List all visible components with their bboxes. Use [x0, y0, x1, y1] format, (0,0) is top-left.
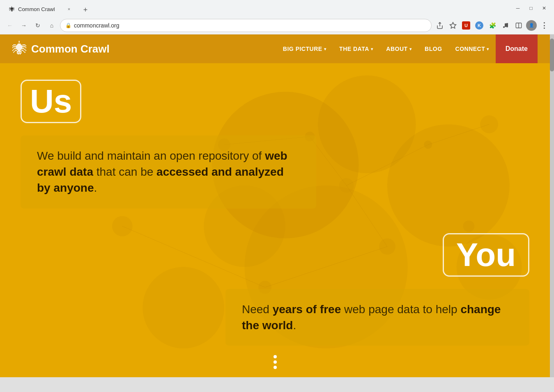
forward-button[interactable]: → [18, 20, 30, 31]
you-label: You [456, 236, 516, 273]
scrollbar-thumb[interactable] [550, 39, 554, 71]
dot-1 [274, 355, 277, 358]
browser-chrome: 🕷 Common Crawl × + ─ □ ✕ ← → ↻ ⌂ 🔒 commo… [0, 0, 554, 34]
bookmark-button[interactable] [447, 20, 459, 31]
nav-item-big-picture[interactable]: BIG PICTURE ▾ [276, 34, 333, 63]
k-extension-button[interactable]: K [474, 20, 485, 31]
share-button[interactable] [434, 20, 446, 31]
you-desc-text-2: web page data to help [341, 303, 460, 316]
svg-point-1 [506, 25, 508, 27]
media-button[interactable] [500, 20, 511, 31]
you-box: You [443, 233, 529, 277]
lock-icon: 🔒 [65, 23, 71, 28]
nav-label-big-picture: BIG PICTURE [283, 46, 322, 52]
you-desc-bold-1: years of free [273, 303, 341, 316]
nav-label-connect: CONNECT [455, 46, 485, 52]
dot-3 [274, 366, 277, 369]
minimize-button[interactable]: ─ [512, 2, 524, 14]
refresh-button[interactable]: ↻ [32, 20, 44, 31]
nav-links: BIG PICTURE ▾ THE DATA ▾ ABOUT ▾ BLOG CO… [276, 34, 538, 63]
us-desc-text-1: We build and maintain an open repository… [37, 149, 265, 162]
website-content: 🕷 Common Crawl BIG PICTURE ▾ THE DATA ▾ … [0, 34, 554, 377]
you-description: Need years of free web page data to help… [225, 289, 529, 346]
nav-item-blog[interactable]: BLOG [418, 34, 448, 63]
us-desc-text-2: that can be [93, 165, 156, 178]
site-navigation: 🕷 Common Crawl BIG PICTURE ▾ THE DATA ▾ … [0, 34, 550, 63]
scrollbar[interactable] [550, 34, 554, 377]
svg-point-0 [503, 26, 505, 28]
url-bar[interactable]: 🔒 commoncrawl.org [60, 19, 432, 32]
tab-favicon: 🕷 [9, 6, 15, 12]
us-section: Us We build and maintain an open reposit… [0, 63, 550, 225]
donate-label: Donate [506, 45, 528, 53]
you-section: You Need years of free web page data to … [0, 225, 550, 362]
new-tab-button[interactable]: + [80, 4, 91, 16]
nav-item-about[interactable]: ABOUT ▾ [379, 34, 418, 63]
tab-close-button[interactable]: × [65, 5, 73, 13]
browser-tab[interactable]: 🕷 Common Crawl × [4, 2, 78, 16]
you-desc-text-1: Need [242, 303, 273, 316]
split-view-button[interactable] [513, 20, 524, 31]
chevron-down-icon: ▾ [409, 47, 412, 51]
nav-item-the-data[interactable]: THE DATA ▾ [333, 34, 379, 63]
address-bar: ← → ↻ ⌂ 🔒 commoncrawl.org U K [0, 16, 554, 34]
window-controls: ─ □ ✕ [512, 2, 550, 14]
dot-2 [274, 360, 277, 364]
site-logo[interactable]: 🕷 Common Crawl [12, 41, 110, 56]
menu-button[interactable]: ⋮ [538, 20, 550, 31]
nav-label-the-data: THE DATA [339, 46, 369, 52]
title-bar: 🕷 Common Crawl × + ─ □ ✕ [0, 0, 554, 16]
you-desc-text-3: . [293, 319, 296, 332]
chevron-down-icon: ▾ [371, 47, 373, 51]
maximize-button[interactable]: □ [525, 2, 537, 14]
us-desc-text-3: . [94, 181, 97, 194]
close-button[interactable]: ✕ [538, 2, 550, 14]
nav-label-blog: BLOG [425, 46, 442, 52]
tab-title: Common Crawl [18, 6, 62, 12]
us-description: We build and maintain an open repository… [21, 135, 316, 209]
donate-button[interactable]: Donate [496, 34, 538, 63]
us-box: Us [21, 80, 81, 123]
back-button[interactable]: ← [4, 20, 16, 31]
shield-extension-button[interactable]: U [460, 20, 472, 31]
us-label: Us [30, 83, 72, 119]
chevron-down-icon: ▾ [487, 47, 489, 51]
nav-item-connect[interactable]: CONNECT ▾ [449, 34, 496, 63]
browser-actions: U K 🧩 👤 ⋮ [434, 20, 550, 31]
url-text: commoncrawl.org [74, 22, 119, 29]
nav-label-about: ABOUT [386, 46, 407, 52]
site-name: Common Crawl [31, 43, 110, 55]
profile-avatar[interactable]: 👤 [526, 20, 537, 31]
chevron-down-icon: ▾ [324, 47, 326, 51]
home-button[interactable]: ⌂ [46, 20, 57, 31]
hero-section: Us We build and maintain an open reposit… [0, 63, 550, 377]
puzzle-extension-button[interactable]: 🧩 [487, 20, 498, 31]
scroll-indicator [274, 355, 277, 369]
spider-logo-icon: 🕷 [12, 41, 27, 56]
